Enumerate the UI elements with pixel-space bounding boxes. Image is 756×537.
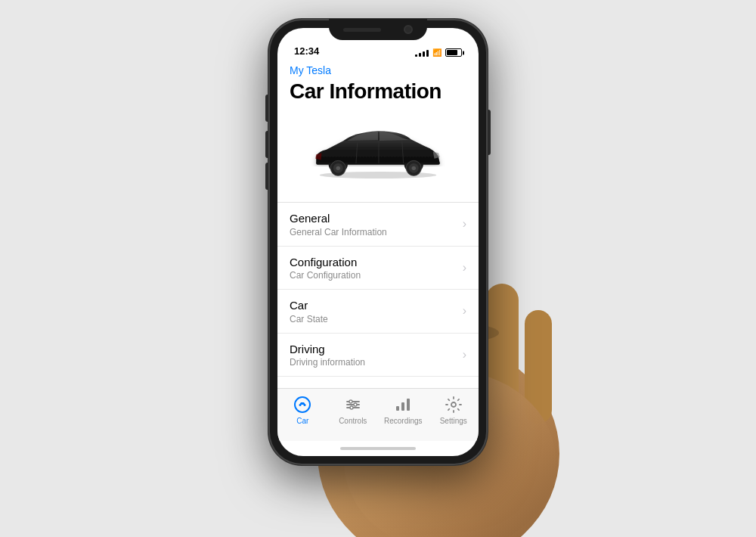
menu-item-general-title: General	[290, 211, 387, 226]
tab-recordings[interactable]: Recordings	[378, 395, 429, 425]
camera	[404, 25, 413, 34]
tab-controls-label: Controls	[339, 417, 367, 425]
status-icons: 📶	[415, 48, 462, 57]
menu-item-configuration[interactable]: Configuration Car Configuration ›	[277, 247, 479, 290]
menu-item-driving-title: Driving	[290, 342, 365, 357]
svg-point-16	[412, 166, 416, 169]
svg-rect-30	[401, 402, 404, 411]
svg-point-21	[299, 404, 302, 406]
menu-item-driving[interactable]: Driving Driving information ›	[277, 334, 479, 377]
svg-point-22	[304, 404, 306, 406]
battery-icon	[445, 48, 462, 57]
svg-point-26	[349, 400, 352, 403]
scene: 12:34 📶 My Tesla	[0, 0, 756, 537]
menu-item-configuration-title: Configuration	[290, 255, 361, 270]
recordings-tab-icon	[393, 395, 413, 414]
svg-rect-29	[396, 406, 399, 411]
status-time: 12:34	[294, 45, 319, 57]
phone-frame: 12:34 📶 My Tesla	[268, 19, 488, 465]
menu-item-car-subtitle: Car State	[290, 314, 328, 324]
menu-item-driving-subtitle: Driving information	[290, 357, 365, 368]
tab-recordings-label: Recordings	[384, 417, 423, 425]
menu-item-configuration-subtitle: Car Configuration	[290, 270, 361, 281]
car-image	[302, 119, 454, 187]
phone-screen: 12:34 📶 My Tesla	[277, 28, 479, 456]
tesla-car-svg	[302, 126, 454, 181]
page-title: Car Information	[277, 78, 479, 111]
tab-car[interactable]: Car	[277, 395, 328, 425]
svg-point-27	[354, 403, 357, 406]
signal-icon	[415, 49, 429, 57]
controls-tab-icon	[343, 395, 363, 414]
back-link[interactable]: My Tesla	[277, 61, 479, 78]
chevron-icon: ›	[463, 261, 466, 275]
settings-tab-icon	[444, 395, 463, 414]
chevron-icon: ›	[463, 304, 466, 318]
menu-list: General General Car Information › Config…	[277, 202, 479, 388]
svg-point-13	[336, 166, 340, 169]
tab-settings-label: Settings	[440, 417, 467, 425]
home-indicator	[277, 441, 479, 456]
tab-controls[interactable]: Controls	[328, 395, 379, 425]
car-tab-icon	[293, 395, 312, 414]
notch	[329, 19, 427, 40]
chevron-icon: ›	[463, 348, 466, 362]
menu-item-charging[interactable]: Charging Charging information ›	[277, 377, 479, 388]
tab-car-label: Car	[296, 417, 308, 425]
battery-fill	[447, 50, 457, 55]
wifi-icon: 📶	[432, 48, 442, 57]
chevron-icon: ›	[463, 217, 466, 231]
tab-bar: Car Controls	[277, 388, 479, 441]
menu-item-car[interactable]: Car Car State ›	[277, 290, 479, 334]
car-image-area	[277, 111, 479, 202]
menu-item-car-title: Car	[290, 298, 328, 313]
home-bar	[340, 447, 416, 450]
svg-rect-31	[407, 399, 410, 411]
svg-point-32	[451, 402, 456, 407]
speaker	[343, 28, 381, 32]
tab-settings[interactable]: Settings	[429, 395, 479, 425]
app-content: My Tesla Car Information	[277, 61, 479, 388]
menu-item-general-subtitle: General Car Information	[290, 227, 387, 237]
svg-point-28	[350, 406, 353, 409]
menu-item-general[interactable]: General General Car Information ›	[277, 203, 479, 247]
